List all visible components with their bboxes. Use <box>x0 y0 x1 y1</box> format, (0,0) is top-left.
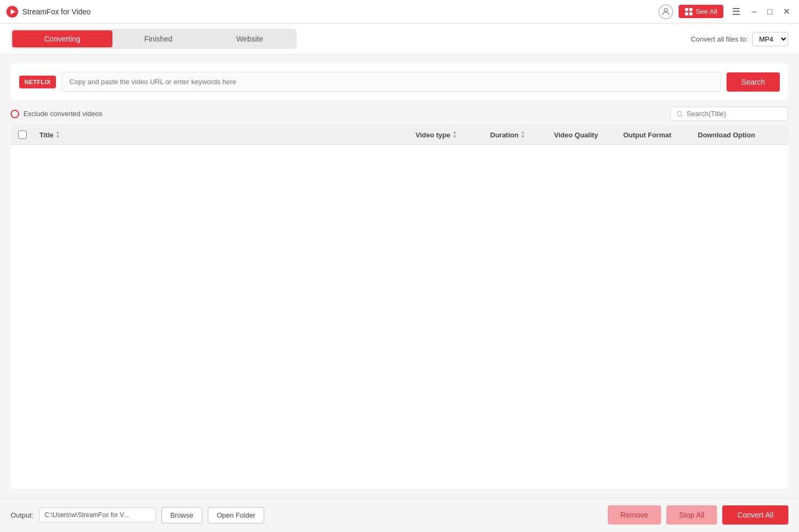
table-container: Title ▲▼ Video type ▲▼ Duration ▲▼ Video… <box>11 125 788 489</box>
title-bar: StreamFox for Video See All ☰ – □ ✕ <box>0 0 799 23</box>
user-icon[interactable] <box>658 4 673 19</box>
title-bar-right: See All ☰ – □ ✕ <box>658 4 793 19</box>
svg-line-4 <box>681 115 683 117</box>
url-input[interactable] <box>61 72 721 92</box>
video-type-sort-icon[interactable]: ▲▼ <box>453 130 457 139</box>
exclude-converted-label[interactable]: Exclude converted videos <box>11 110 102 118</box>
th-checkbox <box>11 130 34 139</box>
search-icon <box>676 110 683 118</box>
th-duration: Duration ▲▼ <box>485 130 549 139</box>
select-all-checkbox[interactable] <box>18 130 27 139</box>
footer-left: Output: C:\Users\w\StreamFox for V... Br… <box>11 507 264 523</box>
title-bar-left: StreamFox for Video <box>6 6 91 18</box>
convert-all-files: Convert all files to: MP4 MP3 AVI MOV <box>691 32 788 46</box>
filter-row: Exclude converted videos <box>11 107 788 121</box>
duration-sort-icon[interactable]: ▲▼ <box>520 130 525 139</box>
th-video-quality: Video Quality <box>549 131 618 139</box>
stop-all-button[interactable]: Stop All <box>666 505 717 525</box>
th-output-format: Output Format <box>618 131 692 139</box>
app-logo-icon <box>6 6 18 18</box>
convert-all-button[interactable]: Convert All <box>722 505 788 525</box>
remove-button[interactable]: Remove <box>608 505 661 525</box>
tab-converting[interactable]: Converting <box>12 30 112 47</box>
footer: Output: C:\Users\w\StreamFox for V... Br… <box>0 497 799 532</box>
app-title: StreamFox for Video <box>22 7 91 16</box>
open-folder-button[interactable]: Open Folder <box>208 507 264 523</box>
tab-finished[interactable]: Finished <box>112 30 205 47</box>
svg-point-3 <box>677 111 681 116</box>
table-header: Title ▲▼ Video type ▲▼ Duration ▲▼ Video… <box>11 125 788 145</box>
output-path: C:\Users\w\StreamFox for V... <box>39 508 156 522</box>
search-row: NETFLIX Search <box>19 72 780 92</box>
th-title: Title ▲▼ <box>34 130 410 139</box>
footer-right: Remove Stop All Convert All <box>608 505 788 525</box>
grid-icon <box>685 8 692 15</box>
th-download-option: Download Option <box>692 131 788 139</box>
exclude-radio[interactable] <box>11 110 19 118</box>
main-content: NETFLIX Search Exclude converted videos … <box>0 55 799 497</box>
title-search-input[interactable] <box>687 110 782 118</box>
browse-button[interactable]: Browse <box>161 507 202 523</box>
format-select[interactable]: MP4 MP3 AVI MOV <box>752 32 788 46</box>
menu-button[interactable]: ☰ <box>729 5 744 19</box>
see-all-button[interactable]: See All <box>679 5 723 18</box>
svg-point-2 <box>664 9 667 12</box>
table-body <box>11 145 788 358</box>
tabs-container: Converting Finished Website <box>11 29 297 49</box>
output-label: Output: <box>11 511 34 519</box>
th-video-type: Video type ▲▼ <box>410 130 485 139</box>
tab-bar: Converting Finished Website Convert all … <box>0 23 799 55</box>
tab-website[interactable]: Website <box>205 30 295 47</box>
netflix-badge: NETFLIX <box>19 76 56 88</box>
maximize-button[interactable]: □ <box>764 6 775 17</box>
title-search-box <box>670 107 788 121</box>
convert-all-label: Convert all files to: <box>691 35 748 43</box>
search-button[interactable]: Search <box>727 72 780 92</box>
minimize-button[interactable]: – <box>749 6 759 17</box>
title-sort-icon[interactable]: ▲▼ <box>56 130 60 139</box>
search-area: NETFLIX Search <box>11 63 788 100</box>
close-button[interactable]: ✕ <box>780 6 793 17</box>
